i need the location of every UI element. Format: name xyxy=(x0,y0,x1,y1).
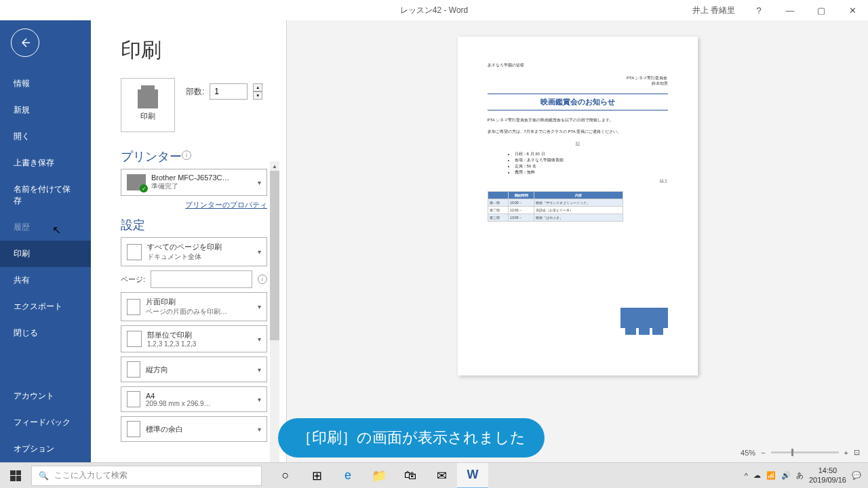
maximize-button[interactable]: ▢ xyxy=(806,0,837,20)
onedrive-icon[interactable]: ☁ xyxy=(753,471,761,480)
settings-scrollbar[interactable]: ▲ ▼ xyxy=(270,161,279,473)
copies-up-button[interactable]: ▲ xyxy=(253,83,262,92)
word-icon[interactable]: W xyxy=(457,463,488,489)
taskbar-search[interactable]: 🔍 ここに入力して検索 xyxy=(31,466,262,486)
scroll-thumb[interactable] xyxy=(270,171,279,340)
sidebar-item-共有[interactable]: 共有 xyxy=(0,267,91,293)
single-side-icon xyxy=(127,299,140,315)
printer-properties-link[interactable]: プリンターのプロパティ xyxy=(121,200,267,210)
sidebar-item-閉じる[interactable]: 閉じる xyxy=(0,320,91,346)
explorer-icon[interactable]: 📁 xyxy=(363,463,395,489)
portrait-icon xyxy=(127,361,140,378)
preview-page: あすなろ学園の皆様 PTA シネマ実行委員会鈴木知美 映画鑑賞会のお知らせ PT… xyxy=(458,37,698,375)
info-icon[interactable]: i xyxy=(182,150,191,160)
back-button[interactable] xyxy=(11,28,39,57)
sidebar-item-印刷[interactable]: 印刷 xyxy=(0,241,91,267)
sidebar-item-開く[interactable]: 開く xyxy=(0,123,91,150)
sidebar-item-上書き保存[interactable]: 上書き保存 xyxy=(0,150,91,176)
system-tray[interactable]: ^ ☁ 📶 🔊 あ 14:502019/09/16 💬 xyxy=(745,466,868,484)
zoom-level: 45% xyxy=(741,449,755,457)
paper-icon xyxy=(127,391,140,407)
zoom-in-button[interactable]: + xyxy=(844,449,848,457)
document-title: レッスン42 - Word xyxy=(400,5,468,16)
sidebar-item-フィードバック[interactable]: フィードバック xyxy=(0,409,91,436)
sidebar-item-エクスポート[interactable]: エクスポート xyxy=(0,293,91,320)
copies-label: 部数: xyxy=(186,86,204,98)
sidebar-item-履歴: 履歴 xyxy=(0,214,91,241)
zoom-slider[interactable] xyxy=(771,451,839,453)
printer-name: Brother MFC-J6573C… xyxy=(151,174,230,182)
sidebar-item-アカウント[interactable]: アカウント xyxy=(0,383,91,409)
margins-icon xyxy=(127,421,140,437)
search-icon: 🔍 xyxy=(39,471,49,481)
print-range-dropdown[interactable]: すべてのページを印刷ドキュメント全体 xyxy=(121,237,267,266)
user-name[interactable]: 井上 香緒里 xyxy=(684,5,743,16)
print-button-label: 印刷 xyxy=(140,111,155,121)
sidebar-item-新規[interactable]: 新規 xyxy=(0,97,91,123)
tray-chevron-icon[interactable]: ^ xyxy=(745,472,748,480)
printer-section-title: プリンター xyxy=(121,148,182,165)
page-title: 印刷 xyxy=(121,37,286,64)
backstage-sidebar: 情報新規開く上書き保存名前を付けて保存履歴印刷共有エクスポート閉じる アカウント… xyxy=(0,20,91,462)
collate-dropdown[interactable]: 部単位で印刷1,2,3 1,2,3 1,2,3 xyxy=(121,325,267,352)
orientation-dropdown[interactable]: 縦方向 xyxy=(121,357,267,382)
printer-status: 準備完了 xyxy=(151,182,230,191)
store-icon[interactable]: 🛍 xyxy=(395,463,426,489)
zoom-out-button[interactable]: − xyxy=(761,449,765,457)
scroll-up-button[interactable]: ▲ xyxy=(270,161,279,171)
close-button[interactable]: ✕ xyxy=(837,0,868,20)
zoom-fit-button[interactable]: ⊡ xyxy=(854,448,860,457)
print-button[interactable]: 印刷 xyxy=(121,78,175,132)
task-view-icon[interactable]: ⊞ xyxy=(301,463,332,489)
pages-icon xyxy=(127,244,142,260)
tutorial-callout: ［印刷］の画面が表示されました xyxy=(278,418,545,458)
sidebar-item-情報[interactable]: 情報 xyxy=(0,70,91,97)
cortana-icon[interactable]: ○ xyxy=(270,463,301,489)
pages-input[interactable] xyxy=(151,270,252,288)
copies-down-button[interactable]: ▼ xyxy=(253,92,262,100)
pages-info-icon[interactable]: i xyxy=(258,274,267,284)
print-preview-panel: あすなろ学園の皆様 PTA シネマ実行委員会鈴木知美 映画鑑賞会のお知らせ PT… xyxy=(286,20,868,462)
pages-label: ページ: xyxy=(121,274,145,285)
settings-section-title: 設定 xyxy=(121,217,286,233)
copies-input[interactable] xyxy=(210,83,248,100)
volume-icon[interactable]: 🔊 xyxy=(781,471,791,480)
margins-dropdown[interactable]: 標準の余白 xyxy=(121,416,267,442)
sidebar-item-名前を付けて保存[interactable]: 名前を付けて保存 xyxy=(0,176,91,214)
title-bar: レッスン42 - Word 井上 香緒里 ? — ▢ ✕ xyxy=(0,0,868,20)
minimize-button[interactable]: — xyxy=(774,0,806,20)
print-side-dropdown[interactable]: 片面印刷ページの片面のみを印刷… xyxy=(121,292,267,321)
ime-icon[interactable]: あ xyxy=(796,470,804,481)
taskbar: 🔍 ここに入力して検索 ○ ⊞ e 📁 🛍 ✉ W ^ ☁ 📶 🔊 あ 14:5… xyxy=(0,462,868,488)
printer-icon xyxy=(138,89,158,108)
paper-size-dropdown[interactable]: A4209.98 mm x 296.9… xyxy=(121,386,267,412)
collate-icon xyxy=(127,331,142,347)
back-arrow-icon xyxy=(19,37,31,49)
wifi-icon[interactable]: 📶 xyxy=(766,471,776,480)
search-placeholder: ここに入力して検索 xyxy=(54,470,127,481)
start-button[interactable] xyxy=(0,463,31,489)
clock[interactable]: 14:502019/09/16 xyxy=(809,466,846,484)
printer-status-icon xyxy=(127,174,146,190)
print-settings-panel: 印刷 印刷 部数: ▲ ▼ プリンターi xyxy=(91,20,286,462)
help-button[interactable]: ? xyxy=(743,0,774,20)
edge-icon[interactable]: e xyxy=(332,463,363,489)
preview-graphic xyxy=(620,308,668,342)
printer-dropdown[interactable]: Brother MFC-J6573C…準備完了 xyxy=(121,169,267,196)
mail-icon[interactable]: ✉ xyxy=(426,463,457,489)
sidebar-item-オプション[interactable]: オプション xyxy=(0,436,91,462)
preview-table: 開始時間内容第一部10:00～映画「サウンドオブミュージック」第二部12:00～… xyxy=(488,191,623,222)
notifications-icon[interactable]: 💬 xyxy=(852,471,861,480)
